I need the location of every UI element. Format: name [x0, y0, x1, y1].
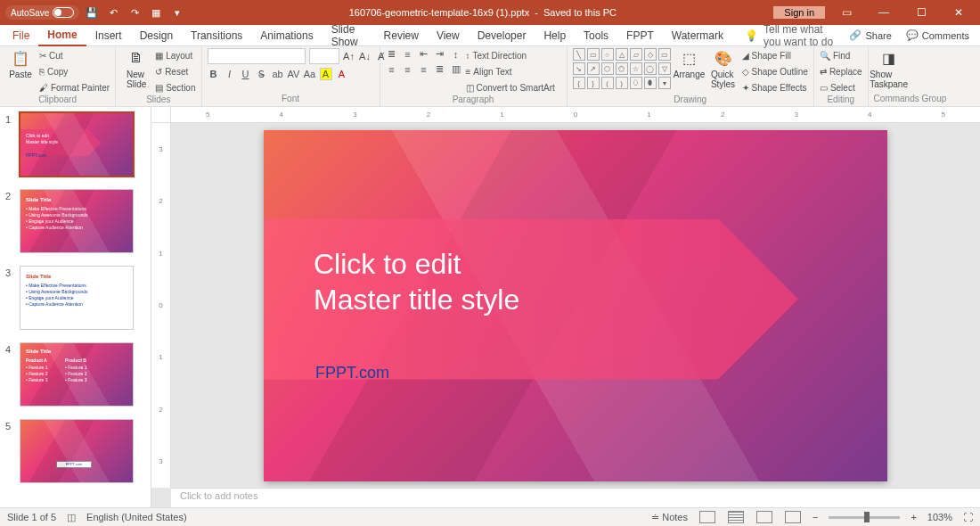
tab-developer[interactable]: Developer	[469, 25, 535, 46]
decrease-font-icon[interactable]: A↓	[359, 51, 372, 62]
underline-button[interactable]: U	[240, 69, 252, 79]
undo-icon[interactable]: ↶	[104, 4, 122, 21]
align-right-button[interactable]: ≡	[418, 64, 430, 75]
replace-button[interactable]: ⇄Replace	[820, 64, 862, 78]
shadow-button[interactable]: ab	[272, 69, 284, 79]
slide-thumbnails[interactable]: 1 Click to editMaster title styleFPPT.co…	[0, 107, 151, 507]
maximize-icon[interactable]: ☐	[905, 4, 937, 21]
slide-canvas[interactable]: Click to edit Master title style FPPT.co…	[264, 130, 887, 481]
show-taskpane-button[interactable]: ◨Show Taskpane	[874, 48, 904, 89]
share-button[interactable]: 🔗Share	[842, 29, 898, 41]
format-painter-button[interactable]: 🖌Format Painter	[39, 80, 110, 95]
autosave-toggle[interactable]: AutoSave	[5, 5, 79, 20]
columns-button[interactable]: ▥	[450, 63, 462, 75]
italic-button[interactable]: I	[224, 69, 236, 79]
canvas-area[interactable]: Click to edit Master title style FPPT.co…	[171, 123, 980, 488]
align-left-button[interactable]: ≡	[386, 64, 398, 75]
select-button[interactable]: ▭Select	[820, 80, 862, 95]
align-text-button[interactable]: ≡Align Text	[466, 64, 555, 78]
text-direction-button[interactable]: ↕Text Direction	[466, 48, 555, 62]
thumb-5[interactable]: 5 FPPT.com	[5, 419, 142, 483]
minimize-icon[interactable]: —	[868, 4, 900, 21]
normal-view-button[interactable]	[699, 511, 715, 523]
bold-button[interactable]: B	[208, 69, 220, 79]
increase-indent-button[interactable]: ⇥	[434, 48, 446, 60]
save-icon[interactable]: 💾	[83, 4, 101, 21]
subtitle-placeholder[interactable]: FPPT.com	[315, 364, 389, 382]
shapes-gallery[interactable]: ╲▭○△▱◇▭ ↘↗⬡⬠☆◯▽ {}()⬯⬮▾	[573, 48, 671, 89]
align-center-button[interactable]: ≡	[402, 64, 414, 75]
fit-to-window-button[interactable]: ⛶	[963, 512, 973, 522]
comments-button[interactable]: 💬Comments	[899, 29, 976, 41]
thumb-3[interactable]: 3 Slide Title• Make Effective Presentati…	[5, 266, 142, 330]
sign-in-button[interactable]: Sign in	[773, 6, 825, 19]
new-slide-button[interactable]: 🗎New Slide	[121, 48, 151, 89]
reset-button[interactable]: ↺Reset	[155, 64, 195, 78]
cut-button[interactable]: ✂Cut	[39, 48, 110, 62]
justify-button[interactable]: ≣	[434, 63, 446, 75]
brush-icon: 🖌	[39, 83, 48, 93]
shape-outline-button[interactable]: ◇Shape Outline	[742, 64, 808, 78]
font-size-select[interactable]	[309, 48, 339, 64]
horizontal-ruler[interactable]: 54321012345	[171, 107, 980, 123]
reading-view-button[interactable]	[756, 511, 772, 523]
arrange-button[interactable]: ⬚Arrange	[674, 48, 705, 79]
tab-slideshow[interactable]: Slide Show	[323, 25, 375, 46]
font-family-select[interactable]	[208, 48, 306, 64]
decrease-indent-button[interactable]: ⇤	[418, 48, 430, 60]
redo-icon[interactable]: ↷	[126, 4, 143, 21]
thumb-2[interactable]: 2 Slide Title• Make Effective Presentati…	[5, 189, 142, 253]
start-from-beginning-icon[interactable]: ▦	[147, 4, 165, 21]
title-placeholder[interactable]: Click to edit Master title style	[314, 246, 519, 317]
tab-home[interactable]: Home	[38, 25, 86, 46]
slide-counter[interactable]: Slide 1 of 5	[7, 512, 56, 522]
tab-view[interactable]: View	[428, 25, 469, 46]
shape-effects-button[interactable]: ✦Shape Effects	[742, 80, 808, 95]
copy-button[interactable]: ⎘Copy	[39, 64, 110, 78]
notes-button[interactable]: ≐ Notes	[651, 512, 688, 523]
thumb-4[interactable]: 4 Slide TitleProduct AProduct B• Feature…	[5, 342, 142, 407]
section-button[interactable]: ▤Section	[155, 80, 195, 95]
font-color-button[interactable]: A	[336, 69, 348, 79]
strikethrough-button[interactable]: S̶	[256, 69, 268, 80]
zoom-level[interactable]: 103%	[927, 512, 952, 522]
convert-smartart-button[interactable]: ◫Convert to SmartArt	[466, 80, 555, 95]
find-button[interactable]: 🔍Find	[820, 48, 862, 62]
paste-button[interactable]: 📋Paste	[5, 48, 36, 79]
bullets-button[interactable]: ≣	[386, 48, 398, 60]
line-spacing-button[interactable]: ↕	[450, 49, 462, 60]
tab-animations[interactable]: Animations	[251, 25, 322, 46]
shape-fill-button[interactable]: ◢Shape Fill	[742, 48, 808, 62]
close-icon[interactable]: ✕	[943, 4, 975, 21]
zoom-out-button[interactable]: −	[813, 512, 818, 522]
tab-fppt[interactable]: FPPT	[617, 25, 663, 46]
numbering-button[interactable]: ≡	[402, 49, 414, 60]
slideshow-view-button[interactable]	[785, 511, 801, 523]
tab-design[interactable]: Design	[131, 25, 182, 46]
tab-review[interactable]: Review	[375, 25, 428, 46]
language-status[interactable]: English (United States)	[86, 512, 187, 522]
ribbon-display-icon[interactable]: ▭	[830, 4, 862, 21]
char-spacing-button[interactable]: AV	[288, 69, 300, 79]
tab-tools[interactable]: Tools	[575, 25, 617, 46]
zoom-slider[interactable]	[829, 516, 900, 519]
tell-me-search[interactable]: 💡 Tell me what you want to do	[745, 23, 842, 48]
tab-help[interactable]: Help	[535, 25, 575, 46]
quick-styles-label: Quick Styles	[711, 70, 735, 89]
slide-sorter-button[interactable]	[728, 511, 744, 523]
vertical-ruler[interactable]: 3210123	[151, 123, 171, 488]
tab-transitions[interactable]: Transitions	[182, 25, 251, 46]
thumb-1[interactable]: 1 Click to editMaster title styleFPPT.co…	[5, 112, 142, 177]
notes-pane[interactable]: Click to add notes	[171, 488, 980, 507]
tab-watermark[interactable]: Watermark	[663, 25, 732, 46]
change-case-button[interactable]: Aa	[304, 69, 316, 79]
increase-font-icon[interactable]: A↑	[343, 51, 355, 62]
qat-more-icon[interactable]: ▾	[168, 4, 186, 21]
font-highlight-button[interactable]: A	[320, 68, 332, 80]
quick-styles-button[interactable]: 🎨Quick Styles	[708, 48, 739, 89]
tab-file[interactable]: File	[4, 25, 38, 46]
accessibility-icon[interactable]: ◫	[67, 512, 76, 523]
tab-insert[interactable]: Insert	[86, 25, 131, 46]
layout-button[interactable]: ▦Layout	[155, 48, 195, 62]
zoom-in-button[interactable]: +	[911, 512, 916, 522]
